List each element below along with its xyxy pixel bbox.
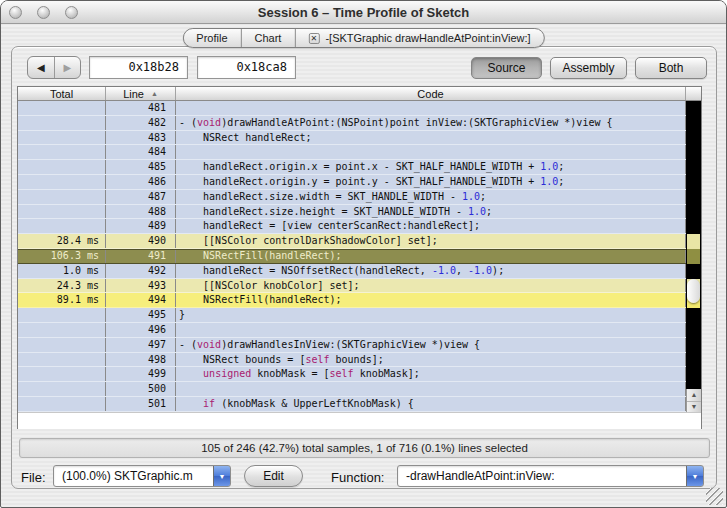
function-popup-arrow-icon: ▼ [686,465,704,487]
code-text: - ( [179,339,197,350]
row-code: if (knobMask & UpperLeftKnobMask) { [176,397,686,411]
row-line-number: 484 [106,145,176,159]
column-header-code[interactable]: Code [176,87,686,100]
address-field-end[interactable]: 0x18ca8 [197,56,296,79]
row-line-number: 481 [106,101,176,115]
scrollbar-heat-mark [687,249,700,264]
close-window-icon[interactable] [9,6,22,19]
code-number: 1.0 [468,206,486,217]
tab-active-code-view[interactable]: ✕ -[SKTGraphic drawHandleAtPoint:inView:… [295,29,543,47]
code-row[interactable]: 106.3 ms491 NSRectFill(handleRect); [18,249,701,264]
code-text: ; [480,191,486,202]
forward-icon[interactable]: ▶ [55,57,81,78]
minimize-window-icon[interactable] [37,6,50,19]
row-code: unsigned knobMask = [self knobMask]; [176,367,686,381]
resize-grip[interactable] [706,488,723,505]
code-row[interactable]: 483 NSRect handleRect; [18,131,701,146]
scroll-up-icon[interactable]: ▲ [687,389,701,401]
code-text: ; [558,176,564,187]
row-line-number: 492 [106,264,176,278]
code-row[interactable]: 1.0 ms492 handleRect = NSOffsetRect(hand… [18,264,701,279]
tab-chart[interactable]: Chart [242,29,296,47]
sort-ascending-icon: ▲ [151,90,158,97]
row-total-time [18,397,106,411]
row-code: handleRect.size.height = SKT_HANDLE_WIDT… [176,205,686,219]
code-keyword: unsigned [203,368,251,379]
code-row[interactable]: 486 handleRect.origin.y = point.y - SKT_… [18,175,701,190]
column-header-line-label: Line [123,88,144,100]
code-text: NSRect handleRect; [179,132,311,143]
column-header-scrollbar-spacer [686,87,701,100]
code-row[interactable]: 481 [18,101,701,116]
file-label: File: [21,470,46,485]
code-text: (knobMask & UpperLeftKnobMask) { [215,398,414,409]
row-code: handleRect.size.width = SKT_HANDLE_WIDTH… [176,190,686,204]
code-text: } [179,309,185,320]
code-text [179,398,203,409]
assembly-view-button[interactable]: Assembly [550,57,627,79]
row-code: } [176,308,686,322]
code-row[interactable]: 497- (void)drawHandlesInView:(SKTGraphic… [18,338,701,353]
function-label: Function: [331,470,384,485]
table-empty-area [18,412,701,429]
file-popup[interactable]: (100.0%) SKTGraphic.m ▼ [53,465,231,487]
scrollbar-track[interactable] [686,101,701,389]
app-window: Session 6 – Time Profile of Sketch Profi… [0,0,727,508]
code-text: knobMask = [ [251,368,329,379]
row-total-time [18,190,106,204]
row-line-number: 499 [106,367,176,381]
zoom-window-icon[interactable] [65,6,78,19]
row-code [176,382,686,396]
tab-profile[interactable]: Profile [183,29,241,47]
code-row[interactable]: 501 if (knobMask & UpperLeftKnobMask) { [18,397,701,412]
column-header-total[interactable]: Total [18,87,106,100]
code-keyword: self [305,354,329,365]
row-total-time [18,308,106,322]
row-code [176,101,686,115]
code-text: NSRectFill(handleRect); [179,294,342,305]
history-nav-control: ◀ ▶ [27,56,81,79]
code-row[interactable]: 495} [18,308,701,323]
scroll-down-icon[interactable]: ▼ [687,401,701,413]
row-code [176,323,686,337]
row-line-number: 494 [106,293,176,307]
address-field-start[interactable]: 0x18b28 [89,56,188,79]
row-total-time [18,116,106,130]
code-row[interactable]: 485 handleRect.origin.x = point.x - SKT_… [18,160,701,175]
row-total-time [18,101,106,115]
column-header-line[interactable]: Line ▲ [106,87,176,100]
row-code: handleRect = [view centerScanRect:handle… [176,219,686,233]
code-row[interactable]: 89.1 ms494 NSRectFill(handleRect); [18,293,701,308]
row-line-number: 498 [106,353,176,367]
code-table: Total Line ▲ Code 481482- (void)drawHand… [17,86,702,429]
code-row[interactable]: 484 [18,145,701,160]
row-line-number: 486 [106,175,176,189]
code-row[interactable]: 496 [18,323,701,338]
back-icon[interactable]: ◀ [28,57,55,78]
row-line-number: 488 [106,205,176,219]
code-row[interactable]: 489 handleRect = [view centerScanRect:ha… [18,219,701,234]
both-view-button[interactable]: Both [635,57,707,79]
code-text: handleRect = [view centerScanRect:handle… [179,220,480,231]
close-tab-icon[interactable]: ✕ [308,33,319,44]
code-row[interactable]: 487 handleRect.size.width = SKT_HANDLE_W… [18,190,701,205]
scrollbar-thumb[interactable] [687,279,700,303]
file-popup-arrow-icon: ▼ [213,465,231,487]
function-popup[interactable]: -drawHandleAtPoint:inView: ▼ [397,465,704,487]
code-text: handleRect.origin.y = point.y - SKT_HALF… [179,176,540,187]
code-row[interactable]: 482- (void)drawHandleAtPoint:(NSPoint)po… [18,116,701,131]
code-number: -1.0 [468,265,492,276]
code-row[interactable]: 28.4 ms490 [[NSColor controlDarkShadowCo… [18,234,701,249]
code-row[interactable]: 488 handleRect.size.height = SKT_HANDLE_… [18,205,701,220]
code-text: - ( [179,117,197,128]
edit-button[interactable]: Edit [244,465,303,487]
row-total-time [18,382,106,396]
source-view-button[interactable]: Source [471,57,542,79]
title-bar: Session 6 – Time Profile of Sketch [1,1,726,24]
code-text: ); [492,265,504,276]
code-row[interactable]: 499 unsigned knobMask = [self knobMask]; [18,367,701,382]
code-row[interactable]: 498 NSRect bounds = [self bounds]; [18,353,701,368]
code-row[interactable]: 500 [18,382,701,397]
row-code: handleRect.origin.x = point.x - SKT_HALF… [176,160,686,174]
code-row[interactable]: 24.3 ms493 [[NSColor knobColor] set]; [18,279,701,294]
